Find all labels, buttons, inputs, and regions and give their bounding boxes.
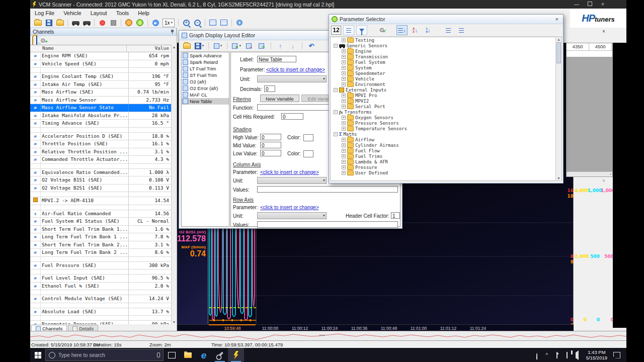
editor-save-button[interactable]: ▾ [194,42,204,50]
expand-toggle-icon[interactable]: − [334,110,338,114]
zoom-out-button[interactable]: − [192,19,202,27]
close-button[interactable]: × [596,0,609,9]
tree-item-airflow[interactable]: +Airflow [331,137,555,142]
task-view-button[interactable] [164,348,180,362]
zoom-in-button[interactable]: + [181,19,191,27]
channel-row[interactable]: +Air-Fuel Ratio Commanded14.56 [30,210,172,218]
open-log-button[interactable] [33,19,43,27]
record-button[interactable] [97,19,107,27]
expand-toggle-icon[interactable]: + [342,60,346,64]
filter-button[interactable] [356,25,367,35]
close-icon[interactable]: × [553,16,560,22]
write-vehicle-button[interactable] [82,19,92,27]
channels-save-button[interactable] [36,36,37,45]
view-list-button[interactable] [343,25,354,35]
table-column-header[interactable]: 4350 [567,43,589,50]
read-vehicle-button[interactable] [70,19,80,27]
tree-item-generic-sensors[interactable]: −Generic Sensors [331,43,555,48]
tree-item-pressure-sensors[interactable]: +Pressure Sensors [331,120,555,126]
channel-row[interactable]: ⇄Barometric Pressure (SAE)99 kPa [30,321,172,324]
channel-row[interactable]: ⇄Intake Air Temp (SAE)95 °F [30,81,172,89]
channel-row[interactable]: ⇄Fuel System #1 Status (SAE)CL - Normal [30,218,172,226]
log-overview-strip[interactable]: ▪▪▪ [30,331,626,341]
tree-item-oxygen-sensors[interactable]: +Oxygen Sensors [331,115,555,120]
channels-open-button[interactable] [32,36,33,45]
expand-toggle-icon[interactable]: + [342,171,346,175]
tree-item-cylinder-airmass[interactable]: +Cylinder Airmass [331,142,555,148]
cell-hits-input[interactable]: 0 [281,113,303,120]
expand-toggle-icon[interactable]: + [342,149,346,153]
action-center-button[interactable] [613,352,620,358]
sort-default-button[interactable]: ↓ [396,25,408,35]
low-color-swatch[interactable] [303,150,313,157]
channel-row[interactable]: ⇄O2 Voltage B1S1 (SAE)0.108 V [30,176,172,185]
expand-toggle-icon[interactable]: + [342,71,346,75]
expand-toggle-icon[interactable]: − [334,44,338,48]
expand-toggle-icon[interactable]: + [342,55,346,59]
expand-toggle-icon[interactable]: + [342,160,346,164]
editor-list-item[interactable]: O2 Error (afr) [182,85,229,92]
channel-row[interactable]: ⇄O2 Voltage B2S1 (SAE)0.113 V [30,185,172,193]
value-column-header[interactable]: Value [127,45,172,52]
channels-config-button[interactable]: ⚙+ [40,38,46,44]
editor-options-button[interactable]: ▾ [213,42,223,50]
expand-toggle-icon[interactable]: − [334,88,338,92]
tree-item-fuel-flow[interactable]: +Fuel Flow [331,148,555,153]
menu-vehicle[interactable]: Vehicle [59,9,86,18]
editor-list-item[interactable]: New Table [182,98,229,105]
channel-row[interactable]: ⇄Long Term Fuel Trim Bank 2 ...8.6 % [30,249,172,257]
tree-item-fuel-system[interactable]: +Fuel System [331,59,555,65]
channel-row[interactable] [30,303,172,308]
tree-view-button[interactable] [456,25,467,35]
expand-toggle-icon[interactable]: + [342,116,346,120]
channel-row[interactable]: ⇄Commanded Throttle Actuator...4.3 % [30,156,172,164]
channel-row[interactable]: ⇄Absolute Load (SAE)13.7 % [30,308,172,316]
undo-button[interactable]: ↶ [306,42,316,50]
channel-row[interactable] [30,290,172,295]
tree-item-maths[interactable]: −ΣMaths [331,131,555,137]
scroll-up-icon[interactable]: ▲ [172,45,177,49]
dialog-titlebar[interactable]: Parameter Selector × [329,15,563,24]
channel-row[interactable]: ⇄Timing Advance (SAE)16.5 ° [30,120,172,128]
battery-button[interactable] [552,352,562,358]
expand-toggle-icon[interactable]: + [342,127,346,131]
scroll-down-icon[interactable]: ▼ [172,320,177,324]
expand-toggle-icon[interactable]: + [342,49,346,53]
channel-row[interactable] [30,192,172,197]
vcm-scanner-button[interactable] [228,348,244,362]
channels-scrollbar[interactable]: ▲ ▼ [171,45,177,324]
taskbar-search-input[interactable]: Type here to search [45,349,164,361]
tree-item-external-inputs[interactable]: −External Inputs [331,87,555,93]
high-value-input[interactable]: 0 [260,134,281,140]
tree-item-lambda-afr[interactable]: +Lambda & AFR [331,159,555,164]
channel-row[interactable] [30,128,172,133]
tree-item-pressure[interactable]: +Pressure [331,164,555,170]
channel-row[interactable]: ⇄Long Term Fuel Trim Bank 1 ...7.8 % [30,233,172,241]
editor-list-item[interactable]: O2 (afr) [182,78,229,85]
channel-row[interactable]: ⇄Short Term Fuel Trim Bank 2...3.1 % [30,241,172,249]
layout-editor-button[interactable] [208,19,218,27]
tree-item-temperature-sensors[interactable]: +Temperature Sensors [331,126,555,131]
editor-list-item[interactable]: MAF CL [182,92,229,98]
menu-log-file[interactable]: Log File [30,9,59,18]
channel-row[interactable] [30,257,172,262]
editor-list-item[interactable]: LT Fuel Trim [182,65,229,72]
channel-row[interactable] [30,269,172,275]
expand-toggle-icon[interactable]: + [342,121,346,125]
editor-list-item[interactable]: ST Fuel Trim [182,72,229,78]
channel-row[interactable]: MPVI.2 -> AEM-411014.54 [30,197,172,205]
channel-row[interactable]: ⇄Mass Airflow (SAE)0.74 lb/min [30,88,172,97]
label-input[interactable]: New Table [257,56,296,62]
save-log-button[interactable] [44,19,54,27]
export-log-button[interactable] [55,19,65,27]
scan-tool-button[interactable] [124,19,134,27]
edge-button[interactable]: e [196,348,212,362]
decimals-input[interactable]: 0 [264,85,275,92]
channel-row[interactable]: ⇄Mass Airflow Sensor2,733 Hz [30,97,172,105]
channel-row[interactable]: ⇄Mass Airflow Sensor StateNo Fail [30,104,172,112]
parameter-link[interactable]: <click to insert or change> [266,67,325,72]
channel-row[interactable] [30,205,172,210]
tree-item-vehicle[interactable]: +Vehicle [331,76,555,81]
playback-speed-select[interactable]: 1x▾ [163,19,175,27]
channel-row[interactable]: ⇄Vehicle Speed (SAE)0 mph [30,60,172,68]
